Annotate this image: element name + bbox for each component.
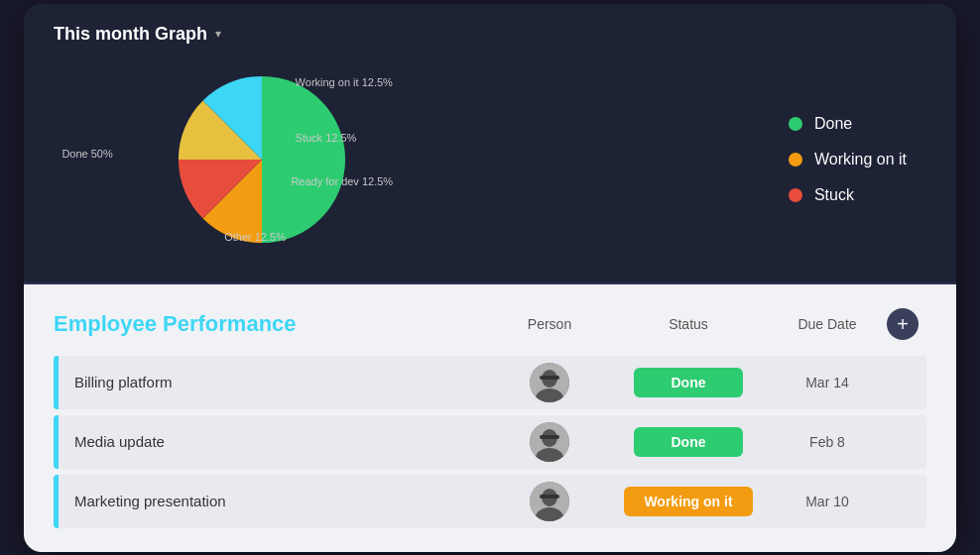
table-rows: Billing platform Done Mar 14 [54,356,926,528]
pie-labels: Working on it 12.5% Done 50% Stuck 12.5%… [54,60,470,259]
row-duedate: Mar 10 [768,494,887,509]
chart-title: This month Graph [54,24,207,45]
legend-label-working: Working on it [814,151,907,168]
row-name: Media update [59,433,490,450]
pie-label-stuck: Stuck 12.5% [296,132,357,144]
row-person [490,422,609,462]
pie-label-done: Done 50% [61,148,112,160]
row-duedate: Mar 14 [768,375,887,390]
table-header: Employee Performance Person Status Due D… [54,308,926,340]
chart-section: This month Graph ▾ [24,4,956,284]
add-button[interactable]: + [887,308,919,340]
row-person [490,482,609,521]
legend-label-done: Done [814,115,852,133]
table-row: Media update Done Feb 8 [54,415,926,469]
status-badge-done: Done [634,368,743,397]
legend-item-done: Done [789,115,907,133]
svg-rect-11 [540,495,559,499]
status-badge-done: Done [634,427,743,457]
chart-title-bold: Graph [155,24,207,44]
avatar [530,422,569,462]
legend-dot-working [789,153,802,166]
row-name: Billing platform [59,374,490,390]
pie-label-working: Working on it 12.5% [296,76,393,88]
chart-legend: Done Working on it Stuck [789,115,926,204]
col-header-person: Person [490,316,609,332]
legend-item-working: Working on it [789,151,907,168]
table-section: Employee Performance Person Status Due D… [24,284,956,552]
pie-label-other: Other 12.5% [224,231,286,243]
chart-title-regular: This month [54,24,150,44]
status-badge-working: Working on it [624,487,752,516]
legend-dot-done [789,117,802,131]
chart-dropdown-icon[interactable]: ▾ [215,27,221,41]
chart-content: Working on it 12.5% Done 50% Stuck 12.5%… [54,60,926,259]
row-status: Done [609,427,768,457]
table-title: Employee Performance [54,311,297,337]
legend-item-stuck: Stuck [789,186,907,204]
row-status: Working on it [609,487,768,516]
pie-label-ready: Ready for dev 12.5% [291,175,393,187]
row-name: Marketing presentation [59,493,490,509]
table-row: Marketing presentation Working on it M [54,475,926,528]
avatar [530,482,569,521]
table-row: Billing platform Done Mar 14 [54,356,926,409]
avatar [530,363,569,402]
row-status: Done [609,368,768,397]
row-person [490,363,609,402]
device-frame: This month Graph ▾ [24,4,956,552]
col-header-status: Status [609,316,768,332]
col-header-duedate: Due Date [768,316,887,332]
legend-dot-stuck [789,188,802,202]
add-column-header: + [887,308,926,340]
pie-container: Working on it 12.5% Done 50% Stuck 12.5%… [54,60,470,259]
chart-header: This month Graph ▾ [54,24,926,45]
svg-rect-7 [540,435,559,439]
legend-label-stuck: Stuck [814,186,854,204]
svg-rect-3 [540,376,559,380]
row-duedate: Feb 8 [768,434,887,450]
